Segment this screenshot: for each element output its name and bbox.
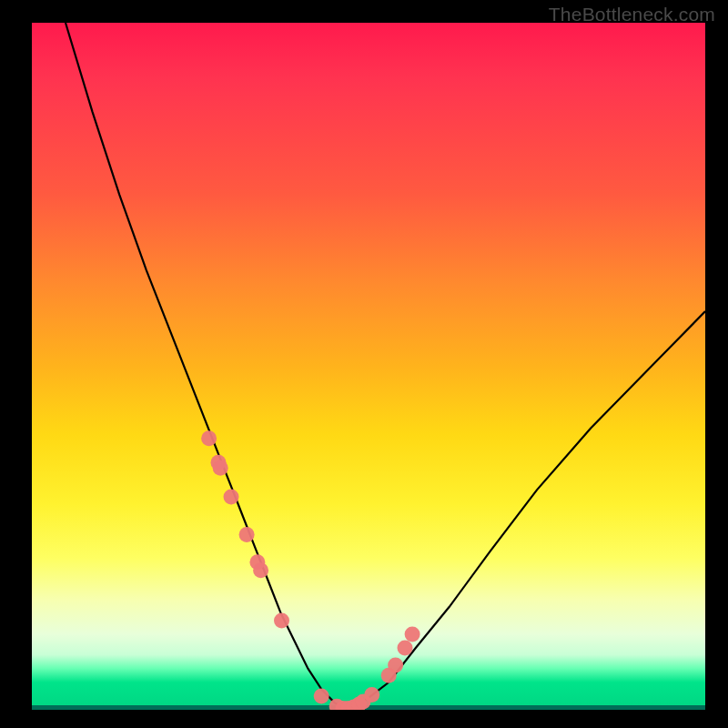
marker-dot — [253, 562, 268, 578]
marker-dot — [239, 527, 255, 542]
marker-dot — [224, 490, 239, 505]
marker-dot — [201, 430, 217, 446]
chart-frame: TheBottleneck.com — [0, 0, 728, 728]
marker-dot — [274, 612, 289, 628]
marker-dot — [364, 687, 379, 703]
highlight-dots — [201, 430, 420, 710]
plot-area — [32, 23, 705, 710]
marker-dot — [388, 657, 403, 672]
watermark-text: TheBottleneck.com — [549, 4, 715, 25]
marker-dot — [405, 627, 420, 642]
curve-layer — [32, 23, 705, 710]
bottleneck-curve — [66, 23, 705, 710]
marker-dot — [314, 688, 329, 703]
marker-dot — [398, 641, 413, 656]
marker-dot — [213, 460, 228, 476]
